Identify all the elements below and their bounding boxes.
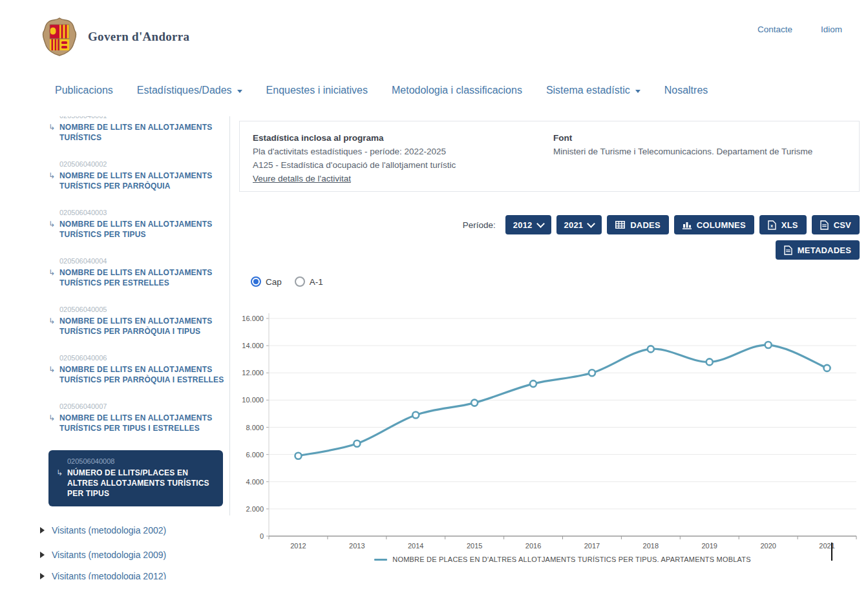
toolbar: Període: 2012 2021 DADES <box>239 215 860 234</box>
branch-arrow-icon: ↳ <box>48 413 55 423</box>
metadades-label: METADADES <box>798 245 851 255</box>
program-line-2: A125 - Estadística d'ocupació de l'allot… <box>253 158 540 172</box>
sidebar-item-020506040007[interactable]: 020506040007↳NOMBRE DE LLITS EN ALLOTJAM… <box>48 402 229 433</box>
chart-legend: NOMBRE DE PLACES EN D'ALTRES ALLOTJAMENT… <box>269 555 856 563</box>
idioma-link[interactable]: Idiom <box>821 25 842 34</box>
item-label: ↳NÚMERO DE LLITS/PLACES EN ALTRES ALLOTJ… <box>56 468 215 499</box>
nav-item-label: Metodologia i classificacions <box>392 85 522 96</box>
item-label: ↳NOMBRE DE LLITS EN ALLOTJAMENTS TURÍSTI… <box>48 171 229 191</box>
source-info: Font Ministeri de Turisme i Telecomunica… <box>553 131 846 182</box>
svg-text:10.000: 10.000 <box>242 396 264 404</box>
nav-item-enquestes-i-iniciatives[interactable]: Enquestes i iniciatives <box>266 85 368 96</box>
header-brand: Govern d'Andorra <box>41 17 189 57</box>
sidebar-item-020506040003[interactable]: 020506040003↳NOMBRE DE LLITS EN ALLOTJAM… <box>48 208 229 240</box>
csv-button[interactable]: CSV <box>812 215 860 234</box>
nav-item-metodologia-i-classificacions[interactable]: Metodologia i classificacions <box>392 85 522 96</box>
accordion-visitants-metodologia-2002[interactable]: Visitants (metodologia 2002) <box>40 523 230 537</box>
svg-text:2018: 2018 <box>643 542 659 550</box>
svg-text:x: x <box>770 223 774 229</box>
radio-selected-icon <box>251 276 261 287</box>
svg-text:2014: 2014 <box>408 542 423 550</box>
item-label: ↳NOMBRE DE LLITS EN ALLOTJAMENTS TURÍSTI… <box>48 316 229 337</box>
site-title: Govern d'Andorra <box>88 30 189 44</box>
radio-option-cap[interactable]: Cap <box>251 276 282 287</box>
program-line-1: Pla d'activitats estadístiques - període… <box>253 145 540 158</box>
period-to-value: 2021 <box>564 220 584 230</box>
item-label: ↳NOMBRE DE LLITS EN ALLOTJAMENTS TURÍSTI… <box>48 219 229 240</box>
nav-item-label: Publicacions <box>55 85 113 96</box>
svg-text:16.000: 16.000 <box>242 315 264 322</box>
sidebar-item-020506040005[interactable]: 020506040005↳NOMBRE DE LLITS EN ALLOTJAM… <box>48 305 229 337</box>
accordion-label: Visitants (metodologia 2002) <box>52 525 166 535</box>
svg-text:0: 0 <box>260 532 264 540</box>
nav-item-publicacions[interactable]: Publicacions <box>55 85 113 96</box>
accordion-visitants-metodologia-2012[interactable]: Visitants (metodologia 2012) <box>40 572 230 579</box>
line-chart: 02.0004.0006.0008.00010.00012.00014.0001… <box>239 292 860 550</box>
triangle-right-icon <box>40 527 45 534</box>
columnes-label: COLUMNES <box>697 220 746 230</box>
sidebar-item-020506040006[interactable]: 020506040006↳NOMBRE DE LLITS EN ALLOTJAM… <box>48 353 229 385</box>
accordion-visitants-metodologia-2009[interactable]: Visitants (metodologia 2009) <box>40 548 230 562</box>
toolbar-row-2: METADADES <box>239 240 860 260</box>
item-code: 020506040002 <box>48 160 229 169</box>
font-text: Ministeri de Turisme i Telecomunicacions… <box>553 145 846 158</box>
item-code: 020506040001 <box>48 116 229 120</box>
svg-text:2020: 2020 <box>760 542 776 550</box>
nav-item-sistema-estad-stic[interactable]: Sistema estadístic <box>546 85 640 96</box>
xls-label: XLS <box>781 220 798 230</box>
sidebar-item-020506040001[interactable]: 020506040001↳NOMBRE DE LLITS EN ALLOTJAM… <box>48 116 229 143</box>
bar-chart-icon <box>683 221 692 229</box>
svg-text:4.000: 4.000 <box>246 478 264 486</box>
sidebar-accordions: Visitants (metodologia 2002)Visitants (m… <box>39 523 230 579</box>
triangle-right-icon <box>40 573 45 579</box>
chevron-down-icon <box>237 90 242 93</box>
period-to-select[interactable]: 2021 <box>556 215 602 234</box>
branch-arrow-icon: ↳ <box>48 171 55 181</box>
activity-details-link[interactable]: Veure detalls de l'activitat <box>253 172 351 185</box>
sidebar: 020506040001↳NOMBRE DE LLITS EN ALLOTJAM… <box>39 116 230 602</box>
dades-button[interactable]: DADES <box>607 215 669 234</box>
xls-button[interactable]: x XLS <box>759 215 807 234</box>
nav-item-label: Sistema estadístic <box>546 85 630 96</box>
item-code: 020506040008 <box>56 457 215 466</box>
item-label: ↳NOMBRE DE LLITS EN ALLOTJAMENTS TURÍSTI… <box>48 364 229 385</box>
columnes-button[interactable]: COLUMNES <box>674 215 754 234</box>
radio-unselected-icon <box>295 276 305 287</box>
svg-text:2017: 2017 <box>584 542 600 550</box>
branch-arrow-icon: ↳ <box>56 468 63 478</box>
nav-item-estad-stiques-dades[interactable]: Estadístiques/Dades <box>137 85 242 96</box>
nav-item-nosaltres[interactable]: Nosaltres <box>664 85 708 96</box>
metadades-button[interactable]: METADADES <box>776 240 860 260</box>
sidebar-item-020506040004[interactable]: 020506040004↳NOMBRE DE LLITS EN ALLOTJAM… <box>48 256 229 288</box>
csv-file-icon <box>820 220 829 230</box>
nav-item-label: Enquestes i iniciatives <box>266 85 368 96</box>
xls-file-icon: x <box>768 220 776 230</box>
chevron-down-icon <box>635 90 640 93</box>
svg-text:2016: 2016 <box>525 542 541 550</box>
govern-andorra-logo <box>41 17 78 57</box>
program-info: Estadística inclosa al programa Pla d'ac… <box>253 131 540 182</box>
item-code: 020506040003 <box>48 208 229 217</box>
svg-text:2013: 2013 <box>349 542 365 550</box>
sidebar-item-020506040008[interactable]: 020506040008↳NÚMERO DE LLITS/PLACES EN A… <box>48 450 223 506</box>
page: Govern d'Andorra Contacte Idiom Publicac… <box>0 0 868 602</box>
font-title: Font <box>553 131 846 145</box>
svg-text:6.000: 6.000 <box>246 451 264 459</box>
program-title: Estadística inclosa al programa <box>253 131 540 145</box>
period-from-select[interactable]: 2012 <box>505 215 551 234</box>
svg-text:8.000: 8.000 <box>246 424 264 431</box>
chart-canvas: 02.0004.0006.0008.00010.00012.00014.0001… <box>239 292 860 550</box>
sidebar-item-020506040002[interactable]: 020506040002↳NOMBRE DE LLITS EN ALLOTJAM… <box>48 160 229 191</box>
accordion-label: Visitants (metodologia 2009) <box>52 550 166 560</box>
accordion-label: Visitants (metodologia 2012) <box>52 572 166 579</box>
svg-text:2012: 2012 <box>290 542 306 550</box>
contacte-link[interactable]: Contacte <box>757 25 792 34</box>
item-label: ↳NOMBRE DE LLITS EN ALLOTJAMENTS TURÍSTI… <box>48 267 229 288</box>
series-filter-radios: CapA-1 <box>251 276 323 287</box>
metadades-file-icon <box>784 245 792 255</box>
text-cursor-artifact <box>831 543 832 561</box>
table-icon <box>615 221 625 229</box>
branch-arrow-icon: ↳ <box>48 316 55 326</box>
radio-option-a-1[interactable]: A-1 <box>295 276 323 287</box>
branch-arrow-icon: ↳ <box>48 267 55 278</box>
